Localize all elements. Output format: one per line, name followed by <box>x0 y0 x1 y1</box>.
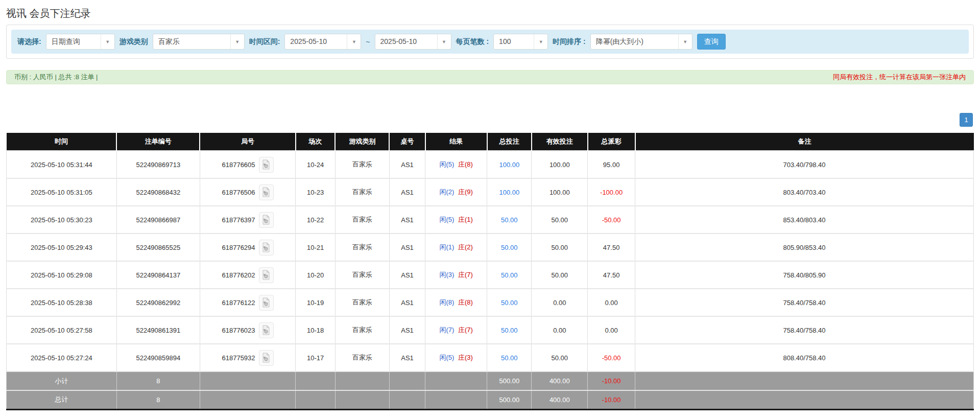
chevron-down-icon: ▼ <box>230 34 244 49</box>
total-payout: -10.00 <box>588 390 635 409</box>
result-banker: 庄(9) <box>458 188 473 196</box>
video-replay-button[interactable] <box>259 350 274 366</box>
result-player: 闲(1) <box>439 243 454 251</box>
total-bet-link[interactable]: 50.00 <box>501 354 518 362</box>
cell-valid-bet: 50.00 <box>532 206 588 234</box>
round-number: 618776506 <box>222 189 255 196</box>
round-number: 618776294 <box>222 244 255 251</box>
cell-result: 闲(7) 庄(7) <box>425 316 487 344</box>
cell-total-bet: 50.00 <box>487 316 532 344</box>
header-result: 结果 <box>425 133 487 151</box>
total-bet-link[interactable]: 50.00 <box>501 216 518 224</box>
cell-payout: 47.50 <box>588 261 635 289</box>
header-bet-id: 注单编号 <box>116 133 200 151</box>
subtotal-label: 小计 <box>7 371 117 390</box>
cell-valid-bet: 100.00 <box>532 178 588 206</box>
table-row: 2025-05-10 05:31:05 522490868432 6187765… <box>7 178 974 206</box>
video-replay-button[interactable] <box>259 322 274 338</box>
chevron-down-icon: ▼ <box>534 34 547 49</box>
video-icon <box>261 270 271 280</box>
video-replay-button[interactable] <box>259 157 274 173</box>
cell-game-type: 百家乐 <box>335 234 389 261</box>
cell-session: 10-20 <box>296 261 336 289</box>
round-number: 618776397 <box>222 216 255 224</box>
page-size-select[interactable]: 100 ▼ <box>493 34 548 50</box>
cell-valid-bet: 50.00 <box>532 234 588 261</box>
total-total-bet: 500.00 <box>487 390 532 409</box>
cell-round: 618776294 <box>200 234 296 261</box>
video-replay-button[interactable] <box>259 295 274 311</box>
result-player: 闲(3) <box>439 271 454 278</box>
filter-bar: 请选择: 日期查询 ▼ 游戏类别 百家乐 ▼ 时间区间: 2025-05-10 … <box>11 30 969 54</box>
total-bet-link[interactable]: 50.00 <box>501 327 518 334</box>
cell-bet-id: 522490869713 <box>116 151 200 178</box>
cell-session: 10-19 <box>296 289 336 316</box>
total-bet-link[interactable]: 100.00 <box>499 189 519 196</box>
total-valid-bet: 400.00 <box>532 390 588 409</box>
result-banker: 庄(8) <box>458 298 473 306</box>
cell-round: 618776023 <box>200 316 296 344</box>
result-banker: 庄(3) <box>458 354 473 361</box>
cell-game-type: 百家乐 <box>335 289 389 316</box>
header-table-no: 桌号 <box>389 133 425 151</box>
currency-total-text: 币别 : 人民币 | 总共 :8 注单 | <box>14 73 98 82</box>
result-banker: 庄(7) <box>458 271 473 278</box>
header-session: 场次 <box>296 133 336 151</box>
cell-valid-bet: 100.00 <box>532 151 588 178</box>
date-range-tilde: ~ <box>366 38 370 46</box>
total-bet-link[interactable]: 50.00 <box>501 244 518 251</box>
round-number: 618776023 <box>222 327 255 334</box>
date-from-select[interactable]: 2025-05-10 ▼ <box>284 34 361 50</box>
cell-remark: 758.40/805.90 <box>635 261 974 289</box>
table-row: 2025-05-10 05:29:43 522490865525 6187762… <box>7 234 974 261</box>
cell-time: 2025-05-10 05:29:43 <box>7 234 117 261</box>
valid-bet-notice-text: 同局有效投注，统一计算在该局第一张注单内 <box>833 73 966 82</box>
cell-bet-id: 522490859894 <box>116 344 200 371</box>
cell-remark: 758.40/758.40 <box>635 316 974 344</box>
video-replay-button[interactable] <box>259 212 274 228</box>
result-banker: 庄(8) <box>458 160 473 168</box>
cell-session: 10-18 <box>296 316 336 344</box>
subtotal-valid-bet: 400.00 <box>532 371 588 390</box>
video-icon <box>261 215 271 225</box>
page-1-button[interactable]: 1 <box>960 113 973 127</box>
total-label: 总计 <box>7 390 117 409</box>
cell-total-bet: 50.00 <box>487 234 532 261</box>
cell-session: 10-17 <box>296 344 336 371</box>
search-button[interactable]: 查询 <box>697 34 726 50</box>
date-to-select[interactable]: 2025-05-10 ▼ <box>375 34 451 50</box>
video-replay-button[interactable] <box>259 240 274 255</box>
time-sort-select[interactable]: 降幂(由大到小) ▼ <box>590 34 692 50</box>
result-banker: 庄(7) <box>458 326 473 334</box>
cell-round: 618776506 <box>200 178 296 206</box>
table-body: 2025-05-10 05:31:44 522490869713 6187766… <box>7 151 974 371</box>
video-icon <box>261 325 271 335</box>
video-replay-button[interactable] <box>259 267 274 283</box>
game-type-select[interactable]: 百家乐 ▼ <box>153 34 245 50</box>
cell-valid-bet: 0.00 <box>532 289 588 316</box>
date-range-label: 时间区间: <box>249 37 280 46</box>
query-type-select[interactable]: 日期查询 ▼ <box>46 34 115 50</box>
table-row: 2025-05-10 05:27:58 522490861391 6187760… <box>7 316 974 344</box>
pagination: 1 <box>6 113 974 127</box>
time-sort-label: 时间排序 : <box>553 37 586 46</box>
cell-payout: 0.00 <box>588 316 635 344</box>
cell-result: 闲(2) 庄(9) <box>425 178 487 206</box>
video-replay-button[interactable] <box>259 184 274 200</box>
total-bet-link[interactable]: 50.00 <box>501 299 518 307</box>
total-bet-link[interactable]: 50.00 <box>501 271 518 279</box>
round-number: 618776605 <box>222 161 255 169</box>
cell-time: 2025-05-10 05:28:38 <box>7 289 117 316</box>
date-from-value: 2025-05-10 <box>285 34 347 49</box>
total-bet-link[interactable]: 100.00 <box>499 161 519 169</box>
cell-result: 闲(5) 庄(8) <box>425 151 487 178</box>
header-payout: 总派彩 <box>588 133 635 151</box>
header-valid-bet: 有效投注 <box>532 133 588 151</box>
cell-round: 618776202 <box>200 261 296 289</box>
select-type-label: 请选择: <box>17 37 41 46</box>
cell-remark: 803.40/703.40 <box>635 178 974 206</box>
cell-total-bet: 50.00 <box>487 289 532 316</box>
cell-game-type: 百家乐 <box>335 178 389 206</box>
video-icon <box>261 242 271 252</box>
cell-remark: 808.40/758.40 <box>635 344 974 371</box>
